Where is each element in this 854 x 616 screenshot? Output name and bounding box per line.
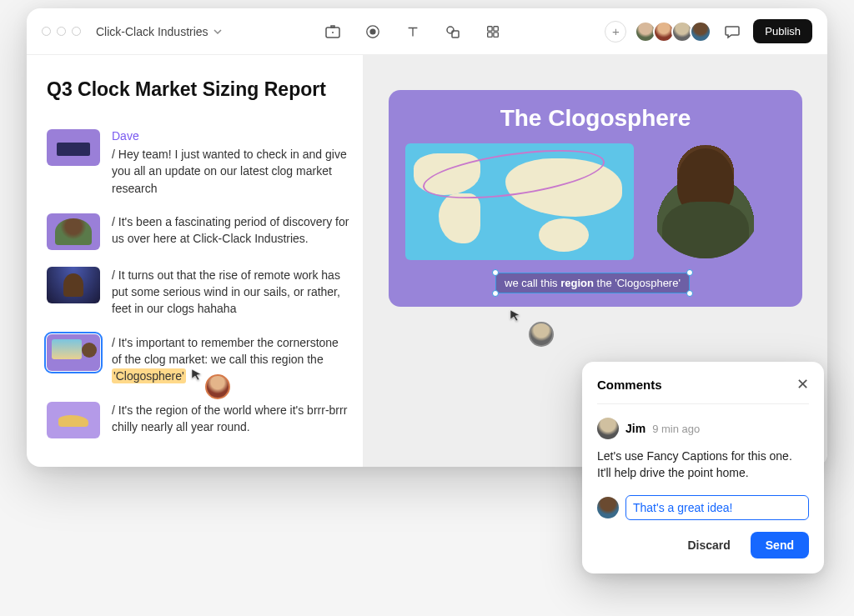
transcript-row: / It's the region of the world where it'… [47, 402, 349, 438]
collaborator-cursor-avatar [529, 322, 554, 347]
text-tool-icon[interactable] [404, 23, 421, 40]
svg-point-4 [447, 27, 454, 33]
reply-avatar [597, 497, 619, 518]
toolbar-right: + Publish [605, 19, 812, 43]
avatar[interactable] [690, 21, 711, 43]
transcript-text[interactable]: / Hey team! I just wanted to check in an… [112, 146, 349, 197]
transcript-panel: Q3 Clock Market Sizing Report Dave / Hey… [27, 55, 364, 467]
caption-selection[interactable]: we call this region the 'Clogosphere' [495, 273, 690, 293]
toolbar-center [237, 23, 590, 40]
page-title: Q3 Clock Market Sizing Report [47, 78, 349, 101]
project-name: Click-Clack Industries [96, 25, 208, 38]
transcript-text[interactable]: / It's important to remember the corners… [112, 334, 349, 385]
world-map [405, 143, 634, 260]
collaborator-cursor-avatar [205, 374, 230, 399]
traffic-lights [42, 27, 81, 36]
collaborator-avatars [638, 21, 711, 43]
svg-rect-7 [494, 26, 498, 30]
comments-header: Comments ✕ [597, 377, 809, 404]
comment-text: Let's use Fancy Captions for this one. I… [597, 448, 809, 482]
comment-time: 9 min ago [652, 423, 700, 435]
clip-thumbnail-selected[interactable] [47, 334, 100, 371]
comments-icon[interactable] [723, 23, 741, 41]
comment-author: Jim [625, 422, 646, 435]
caption-text: we call this region the 'Clogosphere' [495, 273, 690, 293]
cursor-pointer-icon [509, 308, 522, 322]
media-tool-icon[interactable] [324, 23, 341, 40]
discard-button[interactable]: Discard [676, 532, 741, 558]
clip-thumbnail[interactable] [47, 267, 100, 303]
slide-content [405, 143, 786, 260]
clip-thumbnail[interactable] [47, 129, 100, 166]
svg-point-3 [370, 28, 376, 34]
transcript-row: / It's important to remember the corners… [47, 334, 349, 385]
transcript-row: / It turns out that the rise of remote w… [47, 267, 349, 318]
caption-segment: we call this [505, 277, 560, 289]
comment-avatar [597, 418, 619, 439]
slide[interactable]: The Clogosphere we call this region the … [389, 90, 802, 307]
resize-handle[interactable] [492, 290, 499, 297]
reply-input[interactable] [625, 495, 809, 520]
publish-button[interactable]: Publish [753, 19, 812, 43]
comments-heading: Comments [597, 378, 662, 392]
resize-handle[interactable] [686, 290, 693, 297]
svg-rect-6 [488, 26, 492, 30]
transcript-text[interactable]: / It's been a fascinating period of disc… [112, 213, 349, 248]
transcript-text[interactable]: / It's the region of the world where it'… [112, 402, 349, 436]
clip-thumbnail[interactable] [47, 402, 100, 438]
highlighted-text: 'Clogosphere' [112, 368, 186, 383]
transcript-row: / It's been a fascinating period of disc… [47, 213, 349, 250]
send-button[interactable]: Send [751, 532, 809, 558]
comments-panel: Comments ✕ Jim 9 min ago Let's use Fancy… [582, 362, 824, 573]
cursor-pointer-icon [190, 368, 203, 381]
reply-row [597, 495, 809, 520]
add-collaborator-button[interactable]: + [605, 21, 626, 43]
chevron-down-icon [214, 28, 222, 36]
clip-thumbnail[interactable] [47, 213, 100, 250]
record-tool-icon[interactable] [364, 23, 381, 40]
traffic-min[interactable] [57, 27, 66, 36]
transcript-segment: / It's important to remember the corners… [112, 336, 339, 366]
shapes-tool-icon[interactable] [445, 23, 461, 40]
traffic-max[interactable] [72, 27, 81, 36]
caption-segment: the 'Clogosphere' [594, 277, 681, 289]
resize-handle[interactable] [492, 269, 499, 276]
svg-rect-9 [494, 32, 498, 36]
toolbar: Click-Clack Industries + [27, 8, 827, 55]
project-selector[interactable]: Click-Clack Industries [96, 25, 222, 38]
comment-meta: Jim 9 min ago [597, 418, 809, 439]
svg-rect-8 [488, 32, 492, 36]
transcript-row: Dave / Hey team! I just wanted to check … [47, 129, 349, 197]
resize-handle[interactable] [686, 269, 693, 276]
comment-actions: Discard Send [597, 532, 809, 558]
speaker-label: Dave [112, 129, 349, 143]
close-icon[interactable]: ✕ [796, 377, 809, 392]
slide-title: The Clogosphere [405, 105, 786, 132]
grid-tool-icon[interactable] [485, 23, 501, 40]
caption-bold: region [560, 277, 594, 289]
traffic-close[interactable] [42, 27, 51, 36]
transcript-text[interactable]: / It turns out that the rise of remote w… [112, 267, 349, 318]
speaker-video-bubble[interactable] [649, 145, 762, 258]
svg-point-1 [332, 32, 334, 33]
